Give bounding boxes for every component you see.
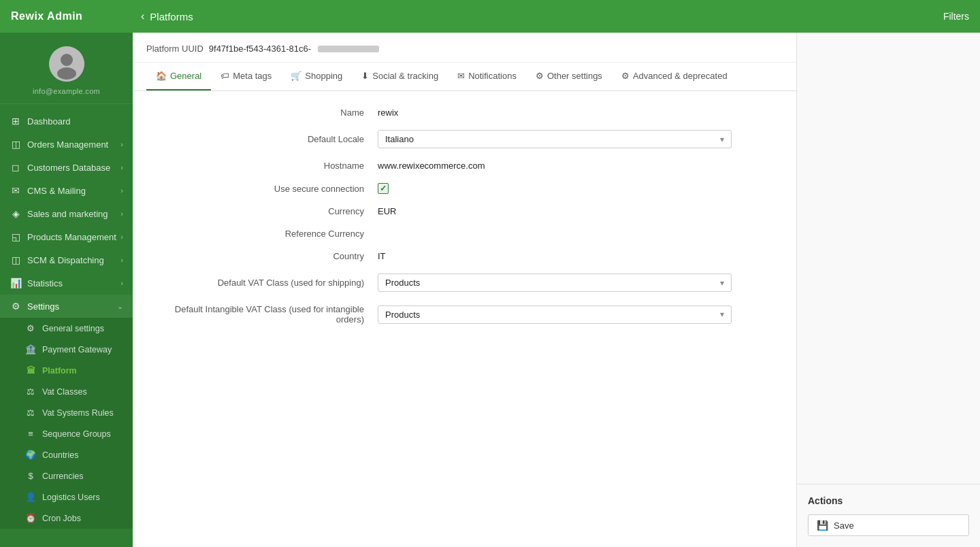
field-row-ref-currency: Reference Currency (146, 229, 732, 239)
sequence-icon: ≡ (24, 429, 37, 439)
chevron-right-icon: › (120, 256, 123, 264)
sidebar-item-products[interactable]: ◱ Products Management › (0, 225, 133, 248)
field-value-currency: EUR (378, 206, 732, 216)
chevron-down-icon: ⌄ (117, 302, 123, 311)
dropdown-arrow-icon: ▾ (720, 310, 724, 319)
chevron-right-icon: › (120, 279, 123, 287)
field-row-locale: Default Locale Italiano ▾ (146, 130, 732, 148)
field-row-intangible-vat: Default Intangible VAT Class (used for i… (146, 304, 732, 325)
field-value-locale[interactable]: Italiano ▾ (378, 130, 732, 148)
sidebar-item-label: Settings (27, 301, 59, 312)
sidebar-item-scm[interactable]: ◫ SCM & Dispatching › (0, 248, 133, 271)
filters-label: Filters (796, 11, 980, 22)
balance-icon: ⚖ (24, 386, 37, 397)
chevron-right-icon: › (120, 163, 123, 171)
tabs-bar: 🏠 General 🏷 Meta tags 🛒 Shopping ⬇ Socia… (133, 63, 796, 91)
page-title: Platforms (150, 11, 193, 22)
sidebar-item-sales[interactable]: ◈ Sales and marketing › (0, 202, 133, 225)
sidebar-item-sequence-groups[interactable]: ≡ Sequence Groups (0, 423, 133, 444)
platform-uuid-bar: Platform UUID 9f47f1be-f543-4361-81c6- (133, 33, 796, 63)
sidebar-item-vat-classes[interactable]: ⚖ Vat Classes (0, 381, 133, 402)
page-title-area: ‹ Platforms (133, 10, 796, 22)
tab-notifications[interactable]: ✉ Notifications (448, 63, 526, 90)
sidebar-item-label: Sequence Groups (42, 429, 111, 439)
tab-label: Notifications (468, 71, 517, 81)
sidebar-item-currencies[interactable]: $ Currencies (0, 465, 133, 486)
tab-general[interactable]: 🏠 General (146, 63, 211, 90)
chevron-right-icon: › (120, 233, 123, 241)
sidebar-item-platform[interactable]: 🏛 Platform (0, 360, 133, 381)
locale-select[interactable]: Italiano ▾ (378, 130, 732, 148)
field-label-vat-class: Default VAT Class (used for shipping) (146, 278, 378, 288)
back-arrow-icon[interactable]: ‹ (141, 10, 144, 22)
right-panel-top (797, 33, 980, 484)
sidebar-nav: ⊞ Dashboard ◫ Orders Management › ◻ Cust… (0, 104, 133, 547)
customers-icon: ◻ (10, 162, 22, 173)
actions-title: Actions (808, 495, 969, 506)
tab-advanced[interactable]: ⚙ Advanced & deprecated (612, 63, 737, 90)
settings-icon: ⚙ (10, 301, 22, 312)
field-row-country: Country IT (146, 251, 732, 261)
sidebar-item-label: Logistics Users (42, 493, 100, 502)
sidebar-item-label: Cron Jobs (42, 514, 81, 523)
main-layout: 🔔 info@example.com ⊞ Dashboard ◫ Orders … (0, 33, 980, 547)
sidebar-item-dashboard[interactable]: ⊞ Dashboard (0, 110, 133, 133)
sidebar: 🔔 info@example.com ⊞ Dashboard ◫ Orders … (0, 33, 133, 547)
vat-class-select[interactable]: Products ▾ (378, 274, 732, 292)
tab-social-tracking[interactable]: ⬇ Social & tracking (352, 63, 448, 90)
intangible-vat-select[interactable]: Products ▾ (378, 305, 732, 324)
sidebar-item-label: Sales and marketing (27, 209, 108, 219)
tab-shopping[interactable]: 🛒 Shopping (281, 63, 352, 90)
field-value-intangible-vat[interactable]: Products ▾ (378, 305, 732, 324)
field-label-locale: Default Locale (146, 134, 378, 144)
username: info@example.com (33, 87, 100, 95)
statistics-icon: 📊 (10, 278, 22, 288)
sidebar-item-label: Platform (42, 366, 77, 376)
field-value-hostname: www.rewixecommerce.com (378, 161, 732, 171)
tab-meta-tags[interactable]: 🏷 Meta tags (211, 63, 281, 90)
sidebar-item-label: Dashboard (27, 116, 71, 127)
sales-icon: ◈ (10, 208, 22, 219)
sidebar-item-cms[interactable]: ✉ CMS & Mailing › (0, 179, 133, 202)
save-icon: 💾 (817, 520, 828, 531)
avatar (49, 46, 84, 82)
secure-checkbox[interactable]: ✓ (378, 183, 389, 194)
scm-icon: ◫ (10, 254, 22, 265)
sidebar-item-label: Countries (42, 450, 79, 460)
content-area: Platform UUID 9f47f1be-f543-4361-81c6- 🏠… (133, 33, 796, 547)
locale-select-text: Italiano (385, 134, 414, 144)
sidebar-item-logistics-users[interactable]: 👤 Logistics Users (0, 486, 133, 508)
sidebar-item-settings[interactable]: ⚙ Settings ⌄ (0, 295, 133, 318)
field-row-vat-class: Default VAT Class (used for shipping) Pr… (146, 274, 732, 292)
sidebar-item-statistics[interactable]: 📊 Statistics › (0, 271, 133, 295)
sidebar-item-payment-gateway[interactable]: 🏦 Payment Gateway (0, 339, 133, 360)
sidebar-item-label: Statistics (27, 278, 63, 288)
sidebar-item-orders[interactable]: ◫ Orders Management › (0, 133, 133, 156)
sidebar-item-vat-systems-rules[interactable]: ⚖ Vat Systems Rules (0, 402, 133, 423)
tab-other-settings[interactable]: ⚙ Other settings (526, 63, 612, 90)
field-label-name: Name (146, 107, 378, 118)
sidebar-item-label: Products Management (27, 232, 116, 242)
sidebar-item-label: SCM & Dispatching (27, 255, 104, 265)
field-value-secure[interactable]: ✓ (378, 183, 732, 194)
sidebar-item-general-settings[interactable]: ⚙ General settings (0, 318, 133, 339)
chevron-right-icon: › (120, 210, 123, 218)
gear-icon: ⚙ (24, 323, 37, 333)
save-button[interactable]: 💾 Save (808, 514, 969, 536)
brand-title: Rewix Admin (0, 10, 133, 22)
dropdown-arrow-icon: ▾ (720, 278, 724, 288)
svg-point-1 (61, 54, 73, 66)
field-label-country: Country (146, 251, 378, 261)
sidebar-item-label: CMS & Mailing (27, 186, 86, 196)
field-value-vat-class[interactable]: Products ▾ (378, 274, 732, 292)
top-bar: Rewix Admin ‹ Platforms Filters (0, 0, 980, 33)
field-row-name: Name rewix (146, 107, 732, 118)
sidebar-item-label: Payment Gateway (42, 345, 112, 354)
user-icon: 👤 (24, 492, 37, 502)
sidebar-item-countries[interactable]: 🌍 Countries (0, 444, 133, 465)
sidebar-item-customers[interactable]: ◻ Customers Database › (0, 156, 133, 179)
settings-submenu: ⚙ General settings 🏦 Payment Gateway 🏛 P… (0, 318, 133, 529)
sidebar-item-cron-jobs[interactable]: ⏰ Cron Jobs (0, 508, 133, 529)
tab-label: Advanced & deprecated (633, 71, 728, 81)
tag-icon: 🏷 (220, 71, 229, 81)
